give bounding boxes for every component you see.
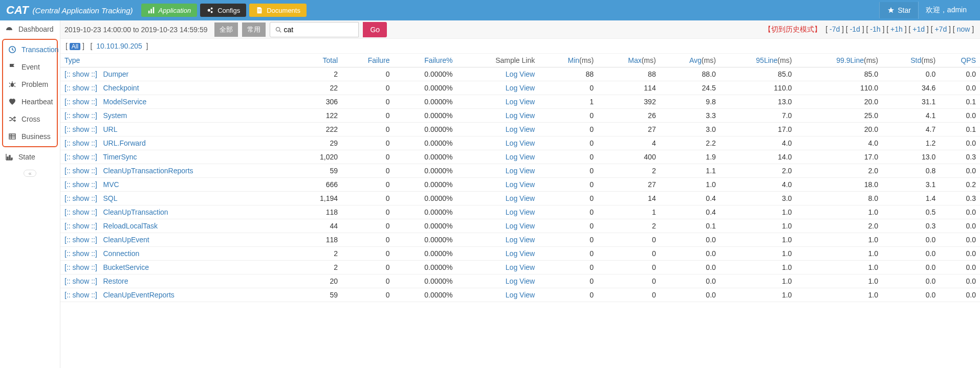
log-view-link[interactable]: Log View bbox=[506, 291, 535, 299]
show-toggle[interactable]: [:: show ::] bbox=[64, 84, 97, 92]
log-view-link[interactable]: Log View bbox=[506, 194, 535, 202]
type-link[interactable]: Restore bbox=[103, 277, 128, 285]
log-view-link[interactable]: Log View bbox=[506, 98, 535, 106]
col-failure[interactable]: Failure bbox=[342, 54, 394, 67]
col-avg[interactable]: Avg(ms) bbox=[660, 54, 720, 67]
show-toggle[interactable]: [:: show ::] bbox=[64, 277, 97, 285]
type-link[interactable]: TimerSync bbox=[103, 153, 137, 161]
link-minus-1d[interactable]: -1d bbox=[850, 25, 860, 33]
ip-all-chip[interactable]: All bbox=[70, 43, 80, 50]
log-view-link[interactable]: Log View bbox=[506, 208, 535, 216]
cell-avg: 3.3 bbox=[660, 109, 720, 123]
log-view-link[interactable]: Log View bbox=[506, 70, 535, 78]
col-95line[interactable]: 95Line(ms) bbox=[720, 54, 796, 67]
show-toggle[interactable]: [:: show ::] bbox=[64, 194, 97, 202]
sidebar-item-problem[interactable]: Problem bbox=[3, 76, 57, 93]
log-view-link[interactable]: Log View bbox=[506, 222, 535, 230]
type-link[interactable]: ModelService bbox=[103, 98, 146, 106]
cell-max: 114 bbox=[598, 81, 660, 95]
sidebar-item-event[interactable]: Event bbox=[3, 58, 57, 76]
show-toggle[interactable]: [:: show ::] bbox=[64, 139, 97, 147]
link-minus-1h[interactable]: -1h bbox=[870, 25, 880, 33]
link-now[interactable]: now bbox=[957, 25, 970, 33]
type-link[interactable]: ReloadLocalTask bbox=[103, 222, 158, 230]
type-link[interactable]: Dumper bbox=[103, 70, 128, 78]
ip-address-link[interactable]: 10.101.90.205 bbox=[96, 42, 142, 50]
col-type[interactable]: Type bbox=[60, 54, 297, 67]
sidebar-item-cross[interactable]: Cross bbox=[3, 110, 57, 128]
log-view-link[interactable]: Log View bbox=[506, 236, 535, 244]
type-link[interactable]: URL.Forward bbox=[103, 139, 145, 147]
cell-999line: 1.0 bbox=[796, 261, 882, 274]
show-toggle[interactable]: [:: show ::] bbox=[64, 111, 97, 120]
link-plus-1h[interactable]: +1h bbox=[890, 25, 903, 33]
log-view-link[interactable]: Log View bbox=[506, 125, 535, 133]
col-999line[interactable]: 99.9Line(ms) bbox=[796, 54, 882, 67]
cell-max: 392 bbox=[598, 95, 660, 109]
log-view-link[interactable]: Log View bbox=[506, 84, 535, 92]
sidebar-item-dashboard[interactable]: Dashboard bbox=[0, 20, 60, 38]
show-toggle[interactable]: [:: show ::] bbox=[64, 98, 97, 106]
show-toggle[interactable]: [:: show ::] bbox=[64, 263, 97, 271]
show-toggle[interactable]: [:: show ::] bbox=[64, 208, 97, 216]
log-view-link[interactable]: Log View bbox=[506, 167, 535, 175]
log-view-link[interactable]: Log View bbox=[506, 153, 535, 161]
type-link[interactable]: Connection bbox=[103, 249, 139, 258]
show-toggle[interactable]: [:: show ::] bbox=[64, 125, 97, 133]
nav-configs-button[interactable]: Configs bbox=[200, 4, 246, 17]
segment-all-button[interactable]: 全部 bbox=[214, 22, 238, 37]
type-link[interactable]: URL bbox=[103, 125, 117, 133]
type-link[interactable]: MVC bbox=[103, 180, 119, 189]
show-toggle[interactable]: [:: show ::] bbox=[64, 291, 97, 299]
show-toggle[interactable]: [:: show ::] bbox=[64, 70, 97, 78]
cell-qps: 0.0 bbox=[940, 288, 980, 302]
segment-common-button[interactable]: 常用 bbox=[242, 22, 266, 37]
col-min[interactable]: Min(ms) bbox=[539, 54, 598, 67]
link-minus-7d[interactable]: -7d bbox=[830, 25, 840, 33]
show-toggle[interactable]: [:: show ::] bbox=[64, 236, 97, 244]
log-view-link[interactable]: Log View bbox=[506, 180, 535, 189]
sidebar-item-transaction[interactable]: Transaction bbox=[3, 41, 57, 58]
search-input[interactable] bbox=[282, 25, 354, 34]
type-link[interactable]: Checkpoint bbox=[103, 84, 139, 92]
log-view-link[interactable]: Log View bbox=[506, 139, 535, 147]
log-view-link[interactable]: Log View bbox=[506, 263, 535, 271]
col-max[interactable]: Max(ms) bbox=[598, 54, 660, 67]
welcome-text[interactable]: 欢迎，admin bbox=[918, 2, 974, 19]
col-total[interactable]: Total bbox=[297, 54, 342, 67]
table-row: [:: show ::] CleanUpTransaction11800.000… bbox=[60, 205, 980, 219]
log-view-link[interactable]: Log View bbox=[506, 111, 535, 120]
type-link[interactable]: CleanUpTransactionReports bbox=[103, 167, 193, 175]
history-mode-link[interactable]: 【切到历史模式】 bbox=[764, 25, 821, 33]
cell-failurep: 0.0000% bbox=[394, 192, 457, 205]
search-box[interactable] bbox=[270, 22, 359, 37]
type-link[interactable]: CleanUpTransaction bbox=[103, 208, 168, 216]
link-plus-7d[interactable]: +7d bbox=[934, 25, 947, 33]
sidebar-item-state[interactable]: State bbox=[0, 148, 60, 166]
sidebar-item-heartbeat[interactable]: Heartbeat bbox=[3, 93, 57, 110]
cell-qps: 0.0 bbox=[940, 109, 980, 123]
star-button[interactable]: Star bbox=[879, 2, 918, 18]
col-std[interactable]: Std(ms) bbox=[882, 54, 940, 67]
go-button[interactable]: Go bbox=[363, 22, 387, 37]
log-view-link[interactable]: Log View bbox=[506, 249, 535, 258]
type-link[interactable]: CleanUpEvent bbox=[103, 236, 149, 244]
show-toggle[interactable]: [:: show ::] bbox=[64, 153, 97, 161]
type-link[interactable]: CleanUpEventReports bbox=[103, 291, 174, 299]
nav-application-button[interactable]: Application bbox=[141, 4, 198, 17]
sidebar-item-business[interactable]: Business bbox=[3, 128, 57, 145]
show-toggle[interactable]: [:: show ::] bbox=[64, 167, 97, 175]
nav-documents-button[interactable]: Documents bbox=[249, 4, 307, 17]
col-qps[interactable]: QPS bbox=[940, 54, 980, 67]
type-link[interactable]: SQL bbox=[103, 194, 117, 202]
show-toggle[interactable]: [:: show ::] bbox=[64, 249, 97, 258]
log-view-link[interactable]: Log View bbox=[506, 277, 535, 285]
link-plus-1d[interactable]: +1d bbox=[912, 25, 925, 33]
type-link[interactable]: BucketService bbox=[103, 263, 148, 271]
sidebar-collapse-button[interactable]: « bbox=[24, 170, 36, 177]
bug-icon bbox=[8, 80, 16, 88]
show-toggle[interactable]: [:: show ::] bbox=[64, 222, 97, 230]
type-link[interactable]: System bbox=[103, 111, 127, 120]
col-failurep[interactable]: Failure% bbox=[394, 54, 457, 67]
show-toggle[interactable]: [:: show ::] bbox=[64, 180, 97, 189]
